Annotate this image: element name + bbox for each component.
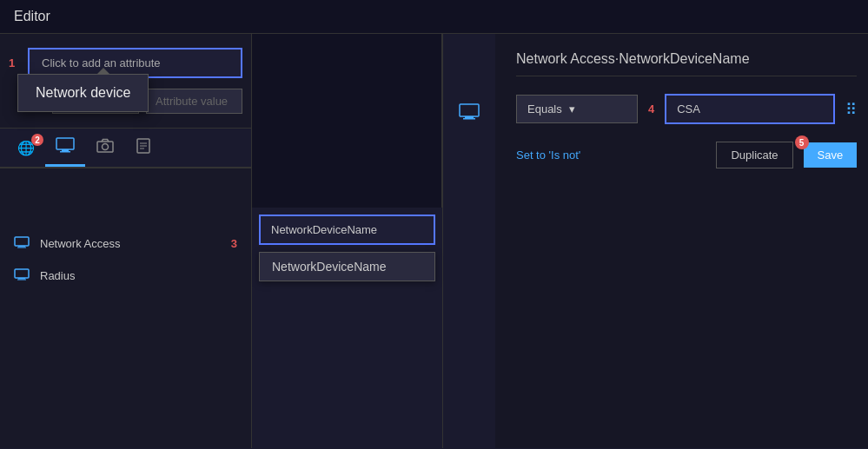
list-item-radius[interactable]: Radius — [0, 260, 251, 292]
notes-icon — [136, 138, 151, 157]
svg-rect-14 — [17, 280, 26, 281]
camera-icon — [96, 138, 115, 157]
tabs-row: 🌐 2 — [0, 129, 251, 168]
device-name-option[interactable]: NetworkDeviceName — [259, 252, 435, 281]
chevron-down-icon: ▾ — [569, 102, 575, 116]
editor-header: Editor — [0, 0, 868, 34]
config-actions: Set to 'Is not' Duplicate 5 Save — [516, 142, 857, 168]
grid-icon[interactable]: ⠿ — [845, 100, 857, 119]
config-condition-row: Equals ▾ 4 ⠿ — [516, 94, 857, 124]
svg-rect-16 — [465, 116, 474, 118]
save-button[interactable]: 5 Save — [804, 142, 858, 168]
svg-rect-2 — [60, 151, 70, 153]
radius-label: Radius — [40, 269, 75, 282]
svg-point-4 — [103, 144, 109, 150]
radius-icon — [14, 268, 30, 283]
svg-rect-17 — [463, 118, 475, 120]
svg-rect-1 — [62, 149, 69, 151]
network-access-label: Network Access — [40, 237, 120, 250]
svg-rect-0 — [56, 138, 74, 149]
list-items: Network Access 3 Radius — [0, 221, 251, 299]
step3-badge: 3 — [231, 237, 237, 250]
tab-globe-badge: 2 — [31, 134, 43, 146]
left-panel: 1 Click to add an attribute ☎ Equals ▾ A… — [0, 34, 252, 448]
config-equals-select[interactable]: Equals ▾ — [516, 95, 638, 123]
step4-badge: 4 — [648, 102, 654, 116]
tab-globe[interactable]: 🌐 2 — [7, 129, 45, 167]
main-area: 1 Click to add an attribute ☎ Equals ▾ A… — [0, 34, 868, 448]
right-panel: NetworkDeviceName NetworkDeviceName Netw… — [252, 34, 868, 448]
svg-rect-11 — [17, 248, 26, 248]
config-title: Network Access·NetworkDeviceName — [516, 51, 857, 76]
config-panel: Network Access·NetworkDeviceName Equals … — [495, 34, 868, 448]
tab-camera[interactable] — [85, 129, 125, 167]
header-title: Editor — [14, 9, 50, 23]
tab-notes[interactable] — [125, 129, 162, 167]
dropdown-panel: NetworkDeviceName NetworkDeviceName — [252, 34, 443, 448]
svg-rect-12 — [15, 269, 29, 278]
svg-rect-10 — [18, 246, 25, 248]
csa-input[interactable] — [665, 94, 835, 124]
device-name-dropdown[interactable]: NetworkDeviceName — [259, 215, 435, 245]
network-device-tooltip: Network device — [17, 74, 149, 112]
device-icon-col — [443, 34, 495, 448]
list-item-network-access[interactable]: Network Access 3 — [0, 228, 251, 260]
step5-badge: 5 — [795, 135, 809, 149]
attribute-value-input[interactable]: Attribute value — [146, 89, 242, 114]
device-monitor-icon — [459, 103, 480, 125]
step1-badge: 1 — [9, 56, 21, 69]
duplicate-button[interactable]: Duplicate — [716, 142, 792, 168]
tab-monitor[interactable] — [45, 129, 85, 167]
svg-rect-13 — [18, 278, 25, 280]
network-access-icon — [14, 236, 30, 251]
svg-rect-9 — [15, 237, 29, 246]
svg-rect-15 — [460, 104, 479, 116]
monitor-icon — [56, 137, 75, 156]
set-not-link[interactable]: Set to 'Is not' — [516, 149, 580, 162]
